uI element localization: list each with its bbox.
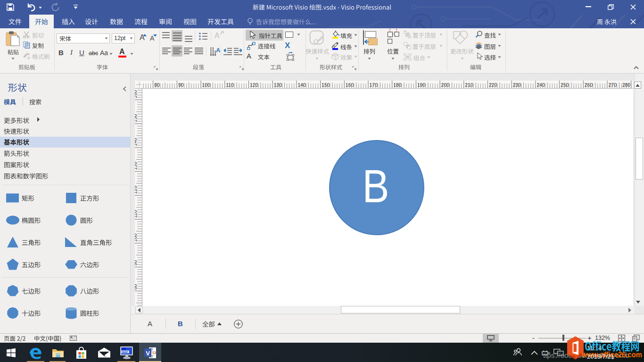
svg-text:230: 230 xyxy=(513,82,521,88)
svg-text:160: 160 xyxy=(346,82,354,88)
svg-text:80: 80 xyxy=(135,284,138,289)
svg-text:100: 100 xyxy=(202,82,211,88)
svg-text:140: 140 xyxy=(297,82,306,88)
svg-text:90: 90 xyxy=(135,260,138,266)
svg-text:A: A xyxy=(216,47,220,54)
svg-text:210: 210 xyxy=(465,82,473,88)
svg-text:130: 130 xyxy=(135,162,138,170)
svg-text:V: V xyxy=(146,350,150,357)
svg-text:180: 180 xyxy=(393,82,402,88)
svg-text:140: 140 xyxy=(135,138,138,146)
svg-text:220: 220 xyxy=(489,82,497,88)
svg-text:110: 110 xyxy=(135,210,138,218)
svg-text:110: 110 xyxy=(226,82,234,88)
svg-text:280: 280 xyxy=(622,82,631,88)
svg-text:170: 170 xyxy=(370,82,378,88)
svg-text:160: 160 xyxy=(135,90,138,99)
svg-text:150: 150 xyxy=(322,82,330,88)
svg-text:250: 250 xyxy=(561,82,569,88)
svg-text:270: 270 xyxy=(609,82,617,88)
svg-text:240: 240 xyxy=(537,82,545,88)
svg-text:120: 120 xyxy=(135,186,138,194)
svg-text:150: 150 xyxy=(135,114,138,123)
svg-text:260: 260 xyxy=(585,82,593,88)
svg-text:90: 90 xyxy=(178,82,184,88)
svg-text:100: 100 xyxy=(135,233,138,242)
svg-text:200: 200 xyxy=(441,82,450,88)
svg-text:80: 80 xyxy=(154,82,160,88)
svg-text:120: 120 xyxy=(250,82,258,88)
svg-text:190: 190 xyxy=(417,82,426,88)
svg-text:130: 130 xyxy=(274,82,282,88)
svg-text:B: B xyxy=(363,160,389,212)
